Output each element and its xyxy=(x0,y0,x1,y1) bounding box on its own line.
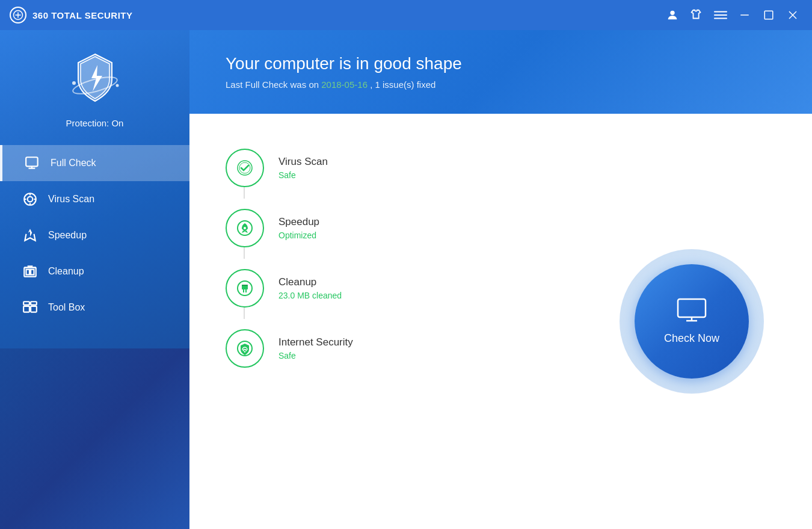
svg-rect-8 xyxy=(764,11,773,19)
cleanup-circle xyxy=(226,269,264,308)
window-controls xyxy=(663,5,802,25)
status-title: Your computer is in good shape xyxy=(226,54,776,73)
internet-security-status: Safe xyxy=(278,351,353,360)
svg-rect-25 xyxy=(31,270,34,275)
check-now-label: Check Now xyxy=(664,332,719,345)
speedup-icon xyxy=(22,227,38,244)
app-brand: 360 TOTAL SECURITY xyxy=(10,7,133,23)
internet-security-circle xyxy=(226,329,264,368)
title-bar: 360 TOTAL SECURITY xyxy=(0,0,812,30)
speedup-label: Speedup xyxy=(48,230,87,241)
monitor-icon xyxy=(677,298,707,326)
check-now-outer-ring: Check Now xyxy=(620,249,764,394)
svg-rect-4 xyxy=(714,11,727,13)
sidebar: Protection: On Full Check xyxy=(0,30,189,529)
subtitle-suffix: , 1 issue(s) fixed xyxy=(368,79,435,90)
svg-point-42 xyxy=(244,351,245,352)
svg-rect-40 xyxy=(242,285,248,286)
check-now-button[interactable]: Check Now xyxy=(635,264,749,379)
full-check-icon xyxy=(24,155,41,172)
protection-status: Protection: On xyxy=(66,118,124,128)
svg-rect-31 xyxy=(31,302,37,305)
sidebar-item-cleanup[interactable]: Cleanup xyxy=(0,253,189,289)
internet-security-text: Internet Security Safe xyxy=(278,336,353,360)
sidebar-item-virus-scan[interactable]: Virus Scan xyxy=(0,181,189,217)
sidebar-item-speedup[interactable]: Speedup xyxy=(0,217,189,253)
svg-point-18 xyxy=(28,197,33,202)
last-check-info: Last Full Check was on 2018-05-16 , 1 is… xyxy=(226,79,776,90)
svg-point-35 xyxy=(244,227,246,229)
svg-point-32 xyxy=(238,161,252,175)
cleanup-text: Cleanup 23.0 MB cleaned xyxy=(278,276,342,300)
svg-rect-7 xyxy=(740,14,749,16)
internet-security-name: Internet Security xyxy=(278,336,353,348)
cleanup-status: 23.0 MB cleaned xyxy=(278,291,342,300)
close-button[interactable] xyxy=(783,5,802,25)
svg-rect-6 xyxy=(714,18,727,19)
content-area: Your computer is in good shape Last Full… xyxy=(189,30,812,529)
speedup-text: Speedup Optimized xyxy=(278,216,319,240)
virus-scan-status: Safe xyxy=(278,170,328,180)
toolbox-icon xyxy=(22,299,38,316)
speedup-status: Optimized xyxy=(278,230,319,240)
virus-scan-circle xyxy=(226,149,264,187)
toolbox-label: Tool Box xyxy=(48,302,85,313)
svg-rect-24 xyxy=(26,270,29,275)
account-icon[interactable] xyxy=(663,5,682,25)
speedup-name: Speedup xyxy=(278,216,319,228)
shirt-icon[interactable] xyxy=(687,5,706,25)
svg-rect-43 xyxy=(678,299,706,317)
subtitle-prefix: Last Full Check was on xyxy=(226,79,321,90)
cleanup-icon xyxy=(22,263,38,280)
svg-rect-5 xyxy=(714,14,727,16)
shield-logo xyxy=(65,48,125,111)
virus-scan-name: Virus Scan xyxy=(278,156,328,168)
svg-rect-38 xyxy=(243,289,244,292)
svg-rect-28 xyxy=(23,306,29,312)
svg-rect-30 xyxy=(23,302,29,305)
svg-point-3 xyxy=(670,11,674,15)
list-item: Speedup Optimized xyxy=(226,198,583,258)
main-layout: Protection: On Full Check xyxy=(0,30,812,529)
cleanup-name: Cleanup xyxy=(278,276,342,288)
header-banner: Your computer is in good shape Last Full… xyxy=(189,30,812,114)
svg-rect-29 xyxy=(31,306,37,312)
virus-scan-text: Virus Scan Safe xyxy=(278,156,328,180)
svg-point-13 xyxy=(115,84,118,87)
scan-items-list: Virus Scan Safe xyxy=(226,138,583,505)
app-title: 360 TOTAL SECURITY xyxy=(32,10,133,20)
virus-scan-label: Virus Scan xyxy=(48,194,94,205)
svg-rect-39 xyxy=(245,289,247,292)
list-item: Virus Scan Safe xyxy=(226,138,583,198)
minimize-button[interactable] xyxy=(735,5,754,25)
app-logo xyxy=(10,7,26,23)
full-check-label: Full Check xyxy=(51,158,96,169)
sidebar-item-full-check[interactable]: Full Check xyxy=(0,145,189,181)
menu-icon[interactable] xyxy=(711,5,730,25)
list-item: Cleanup 23.0 MB cleaned xyxy=(226,258,583,318)
virus-scan-icon xyxy=(22,191,38,208)
maximize-button[interactable] xyxy=(759,5,778,25)
list-item: Internet Security Safe xyxy=(226,318,583,368)
check-date: 2018-05-16 xyxy=(321,79,368,90)
check-now-container: Check Now xyxy=(607,138,776,505)
speedup-circle xyxy=(226,209,264,247)
svg-rect-14 xyxy=(26,157,37,166)
svg-point-12 xyxy=(72,81,76,85)
cleanup-label: Cleanup xyxy=(48,266,84,277)
sidebar-item-toolbox[interactable]: Tool Box xyxy=(0,289,189,326)
content-body: Virus Scan Safe xyxy=(189,114,812,529)
